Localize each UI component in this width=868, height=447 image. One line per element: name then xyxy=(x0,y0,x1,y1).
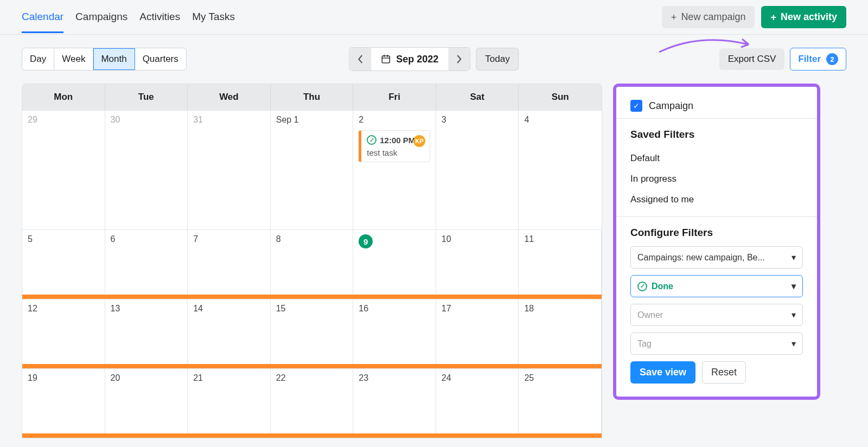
calendar-cell[interactable]: 10 xyxy=(436,229,519,299)
date-number: 6 xyxy=(111,234,182,244)
calendar-cell[interactable]: 18 xyxy=(519,299,602,368)
calendar-cell[interactable]: 19 xyxy=(22,368,105,438)
event-card[interactable]: ✓12:00 PMKPtest task xyxy=(359,130,430,162)
today-marker: 9 xyxy=(359,234,373,248)
calendar-cell[interactable]: 4 xyxy=(519,110,602,229)
calendar-cell[interactable]: 8 xyxy=(271,229,354,299)
date-number: 19 xyxy=(28,373,99,383)
calendar-cell[interactable]: 2✓12:00 PMKPtest task xyxy=(353,110,436,229)
saved-filter-default[interactable]: Default xyxy=(630,148,803,169)
export-csv-button[interactable]: Export CSV xyxy=(719,48,785,70)
tab-campaigns[interactable]: Campaigns xyxy=(75,1,127,33)
tag-select-value: Tag xyxy=(637,339,652,349)
date-number: 23 xyxy=(359,373,430,383)
new-activity-button[interactable]: + New activity xyxy=(761,6,846,28)
plus-icon: + xyxy=(671,12,677,22)
prev-month-button[interactable] xyxy=(349,48,371,71)
calendar-cell[interactable]: Sep 1 xyxy=(271,110,354,229)
dayhead-tue: Tue xyxy=(105,84,188,110)
calendar-cell[interactable]: 17 xyxy=(436,299,519,368)
calendar-cell[interactable]: 3 xyxy=(436,110,519,229)
date-number: 29 xyxy=(28,115,99,125)
calendar-week: 12131415161718 xyxy=(22,299,602,368)
calendar-cell[interactable]: 23 xyxy=(353,368,436,438)
campaigns-select[interactable]: Campaings: new campaign, Be... ▾ xyxy=(630,246,803,269)
calendar-cell[interactable]: 20 xyxy=(105,368,188,438)
check-circle-icon: ✓ xyxy=(367,135,376,145)
dayhead-fri: Fri xyxy=(353,84,436,110)
campaign-checkbox-row[interactable]: ✓ Campaign xyxy=(630,100,803,112)
filter-label: Filter xyxy=(798,54,821,65)
calendar-cell[interactable]: 15 xyxy=(271,299,354,368)
date-number: 12 xyxy=(28,304,99,314)
calendar-cell[interactable]: 25 xyxy=(519,368,602,438)
campaign-range-bar[interactable] xyxy=(22,433,602,438)
today-button[interactable]: Today xyxy=(476,48,519,71)
date-number: 16 xyxy=(359,304,430,314)
save-view-button[interactable]: Save view xyxy=(630,361,695,384)
view-switcher: Day Week Month Quarters xyxy=(22,48,187,71)
checkbox-icon: ✓ xyxy=(630,100,642,112)
calendar-cell[interactable]: 11 xyxy=(519,229,602,299)
calendar-week: 19202122232425 xyxy=(22,368,602,438)
view-quarters[interactable]: Quarters xyxy=(135,48,186,70)
dayhead-mon: Mon xyxy=(22,84,105,110)
calendar-cell[interactable]: 30 xyxy=(105,110,188,229)
tab-activities[interactable]: Activities xyxy=(139,1,180,33)
date-number: 25 xyxy=(524,373,596,383)
calendar-cell[interactable]: 21 xyxy=(188,368,271,438)
tab-my-tasks[interactable]: My Tasks xyxy=(192,1,235,33)
calendar-cell[interactable]: 14 xyxy=(188,299,271,368)
calendar-week: 293031Sep 12✓12:00 PMKPtest task34 xyxy=(22,110,602,229)
date-number: 24 xyxy=(442,373,513,383)
calendar-cell[interactable]: 9 xyxy=(353,229,436,299)
tab-calendar[interactable]: Calendar xyxy=(22,1,63,33)
campaign-range-bar[interactable] xyxy=(22,364,602,368)
date-number: 21 xyxy=(193,373,265,383)
calendar-icon xyxy=(381,54,391,64)
calendar-cell[interactable]: 24 xyxy=(436,368,519,438)
next-month-button[interactable] xyxy=(448,48,470,71)
date-number: 13 xyxy=(111,304,182,314)
calendar-cell[interactable]: 12 xyxy=(22,299,105,368)
calendar-cell[interactable]: 5 xyxy=(22,229,105,299)
view-day[interactable]: Day xyxy=(22,48,54,70)
view-month[interactable]: Month xyxy=(93,48,135,70)
calendar-cell[interactable]: 16 xyxy=(353,299,436,368)
view-week[interactable]: Week xyxy=(54,48,93,70)
date-number: 7 xyxy=(193,234,265,244)
chevron-left-icon xyxy=(358,55,363,63)
campaigns-select-value: Campaings: new campaign, Be... xyxy=(637,253,765,263)
date-number: 2 xyxy=(359,115,430,125)
owner-select[interactable]: Owner ▾ xyxy=(630,304,803,326)
new-campaign-button[interactable]: + New campaign xyxy=(662,6,755,28)
date-number: 30 xyxy=(111,115,182,125)
calendar-cell[interactable]: 22 xyxy=(271,368,354,438)
status-select[interactable]: ✓ Done ▾ xyxy=(630,275,803,297)
tag-select[interactable]: Tag ▾ xyxy=(630,333,803,355)
date-number: 10 xyxy=(442,234,513,244)
calendar-cell[interactable]: 7 xyxy=(188,229,271,299)
calendar-cell[interactable]: 6 xyxy=(105,229,188,299)
date-number: 4 xyxy=(524,115,596,125)
check-circle-icon: ✓ xyxy=(637,282,647,291)
calendar-cell[interactable]: 29 xyxy=(22,110,105,229)
reset-button[interactable]: Reset xyxy=(702,361,746,384)
dayhead-thu: Thu xyxy=(271,84,354,110)
month-text: Sep 2022 xyxy=(396,54,438,65)
date-number: 20 xyxy=(111,373,182,383)
calendar-grid: Mon Tue Wed Thu Fri Sat Sun 293031Sep 12… xyxy=(22,84,602,438)
calendar-cell[interactable]: 13 xyxy=(105,299,188,368)
calendar-cell[interactable]: 31 xyxy=(188,110,271,229)
calendar-week: 567891011 xyxy=(22,229,602,299)
filter-button[interactable]: Filter 2 xyxy=(790,48,846,71)
dayhead-wed: Wed xyxy=(188,84,271,110)
campaign-range-bar[interactable] xyxy=(22,295,602,299)
dayhead-sun: Sun xyxy=(519,84,602,110)
new-activity-label: New activity xyxy=(781,11,837,23)
svg-rect-0 xyxy=(382,56,390,63)
saved-filter-in-progress[interactable]: In progress xyxy=(630,169,803,189)
saved-filters-header: Saved Filters xyxy=(630,129,803,141)
saved-filter-assigned[interactable]: Assigned to me xyxy=(630,189,803,210)
top-navbar: Calendar Campaigns Activities My Tasks +… xyxy=(0,0,868,35)
